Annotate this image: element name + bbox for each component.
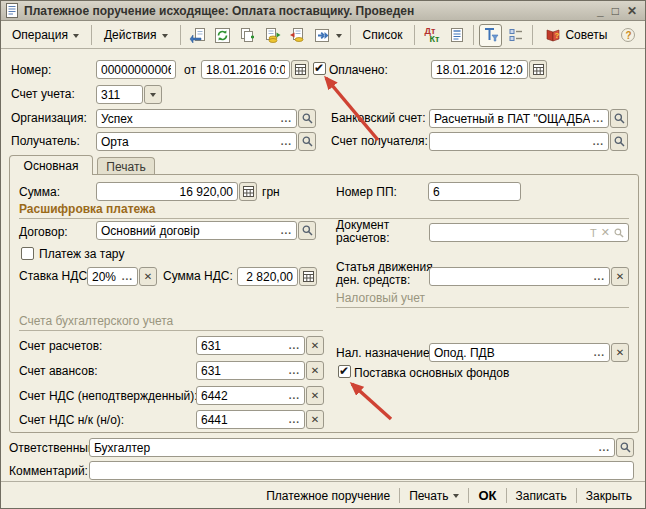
clear-button[interactable]: ✕ — [611, 343, 629, 362]
tips-button[interactable]: ? Советы — [538, 24, 614, 46]
type-select-button[interactable]: T — [590, 227, 597, 239]
annotation-arrow-paid — [326, 78, 378, 140]
chevron-down-icon — [453, 494, 459, 498]
calendar-button[interactable] — [291, 60, 309, 79]
journal-button[interactable] — [445, 24, 468, 47]
operation-menu-button[interactable]: Операция — [5, 25, 86, 45]
magnifier-icon[interactable] — [614, 228, 624, 238]
magnifier-button[interactable] — [610, 132, 628, 151]
advance-account-field[interactable]: 631... ✕ — [196, 361, 324, 380]
magnifier-button[interactable] — [298, 132, 316, 151]
clear-button[interactable]: ✕ — [601, 226, 610, 239]
tab-print[interactable]: Печать — [97, 157, 155, 175]
vat-unconfirmed-account-field[interactable]: 6442... ✕ — [196, 386, 324, 405]
calculator-button[interactable] — [239, 182, 257, 201]
clear-button[interactable]: ✕ — [306, 410, 324, 429]
organization-field[interactable]: Успех... — [96, 109, 316, 128]
calendar-button[interactable] — [529, 60, 547, 79]
select-button[interactable]: ... — [278, 136, 292, 147]
clear-button[interactable]: ✕ — [306, 386, 324, 405]
clear-button[interactable]: ✕ — [611, 267, 629, 286]
reread-button[interactable] — [186, 24, 209, 47]
vat-nk-account-field[interactable]: 6441... ✕ — [196, 410, 324, 429]
copy-button[interactable] — [236, 24, 259, 47]
maximize-button[interactable]: □ — [612, 5, 619, 17]
select-button[interactable]: ... — [286, 390, 300, 401]
settings-list-icon-button[interactable] — [504, 24, 527, 47]
select-button[interactable]: ... — [286, 414, 300, 425]
recipient-account-field[interactable]: ... — [429, 132, 628, 151]
calculator-button[interactable] — [299, 267, 317, 286]
account-field[interactable]: 311 — [96, 85, 162, 104]
select-button[interactable]: ... — [591, 347, 605, 358]
sum-field[interactable]: 16 920,00 — [96, 182, 257, 201]
chevron-down-icon — [150, 93, 156, 97]
tab-main[interactable]: Основная — [9, 155, 93, 175]
tax-purpose-label: Нал. назначение: — [336, 346, 433, 360]
payment-order-button[interactable]: Платежное поручение — [257, 489, 399, 503]
filter-icon — [483, 27, 499, 43]
select-button[interactable]: ... — [591, 271, 605, 282]
bank-account-field[interactable]: Расчетный в ПАТ "ОЩАДБАНК", м... — [429, 109, 628, 128]
contract-field[interactable]: Основний договір... — [96, 221, 316, 240]
help-button[interactable]: ? — [616, 24, 639, 47]
cashflow-field[interactable]: ... ✕ — [429, 267, 629, 286]
post-document-icon — [264, 27, 281, 44]
clear-button[interactable]: ✕ — [306, 336, 324, 355]
print-button[interactable]: Печать — [400, 489, 468, 503]
dt-kt-postings-button[interactable]: ДтКт — [420, 24, 443, 47]
accounting-accounts-header: Счета бухгалтерского учета — [19, 314, 323, 331]
goto-button[interactable] — [311, 25, 345, 46]
magnifier-button[interactable] — [298, 221, 316, 240]
select-button[interactable]: ... — [286, 365, 300, 376]
list-button[interactable]: Список — [356, 25, 410, 45]
actions-menu-button[interactable]: Действия — [97, 25, 175, 45]
close-form-button[interactable]: Закрыть — [577, 489, 641, 503]
ok-button[interactable]: ОК — [469, 488, 505, 503]
settlement-doc-field[interactable]: T ✕ — [429, 223, 629, 242]
post-document-button[interactable] — [261, 24, 284, 47]
clear-button[interactable]: ✕ — [306, 361, 324, 380]
magnifier-button[interactable] — [610, 109, 628, 128]
settings-list-icon — [508, 27, 524, 43]
vat-sum-field[interactable]: 2 820,00 — [237, 267, 317, 286]
paid-date-field[interactable]: 18.01.2016 12:00:04 — [431, 60, 547, 79]
save-button[interactable]: Записать — [507, 489, 576, 503]
select-button[interactable]: ... — [286, 340, 300, 351]
tare-checkbox[interactable] — [21, 247, 34, 260]
footer-separator — [1, 481, 645, 482]
magnifier-button[interactable] — [298, 109, 316, 128]
comment-field[interactable] — [89, 461, 634, 480]
close-button[interactable]: ✕ — [627, 5, 637, 17]
clear-button[interactable]: ✕ — [139, 267, 157, 286]
recipient-field[interactable]: Орта... — [96, 132, 316, 151]
settlement-account-label: Счет расчетов: — [19, 339, 102, 353]
settlement-account-field[interactable]: 631... ✕ — [196, 336, 324, 355]
select-button[interactable]: ... — [119, 271, 133, 282]
tax-purpose-field[interactable]: Опод. ПДВ... ✕ — [429, 343, 629, 362]
date-field[interactable]: 18.01.2016 0:00:00 — [201, 60, 309, 79]
window-title: Платежное поручение исходящее: Оплата по… — [24, 4, 592, 18]
select-button[interactable]: ... — [278, 113, 292, 124]
goto-icon — [314, 27, 331, 44]
pp-number-field[interactable]: 6 — [428, 182, 521, 201]
fixed-assets-checkbox[interactable] — [338, 365, 351, 378]
number-field[interactable]: 00000000006 — [96, 60, 176, 79]
select-button[interactable]: ... — [590, 113, 604, 124]
unpost-document-button[interactable] — [286, 24, 309, 47]
settlement-doc-label-line2: расчетов: — [336, 232, 389, 245]
select-button[interactable]: ... — [590, 136, 604, 147]
magnifier-button[interactable] — [616, 438, 634, 457]
select-button[interactable]: ... — [596, 442, 610, 453]
paid-checkbox[interactable] — [313, 62, 326, 75]
filter-button[interactable] — [479, 24, 502, 47]
dropdown-button[interactable] — [144, 85, 162, 104]
select-button[interactable]: ... — [278, 225, 292, 236]
minimize-button[interactable]: _ — [597, 5, 604, 17]
responsible-field[interactable]: Бухгалтер... — [89, 438, 634, 457]
vat-rate-field[interactable]: 20%... ✕ — [87, 267, 157, 286]
payment-order-window: Платежное поручение исходящее: Оплата по… — [0, 0, 646, 509]
unpost-document-icon — [289, 27, 306, 44]
refresh-button[interactable] — [211, 24, 234, 47]
contract-label: Договор: — [19, 225, 68, 239]
